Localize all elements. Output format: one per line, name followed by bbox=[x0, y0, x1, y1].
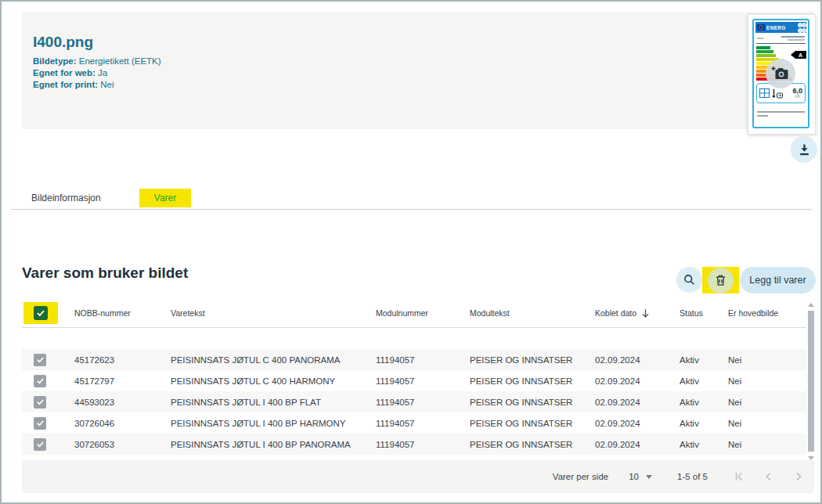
add-items-button[interactable]: Legg til varer bbox=[740, 267, 816, 293]
section-title: Varer som bruker bildet bbox=[22, 265, 188, 282]
check-icon bbox=[36, 440, 45, 448]
cell-er-hovedbilde: Nei bbox=[728, 355, 806, 365]
search-icon bbox=[683, 274, 695, 286]
cell-modultekst: PEISER OG INNSATSER bbox=[470, 419, 595, 428]
label-text-line bbox=[757, 38, 763, 39]
cell-status: Aktiv bbox=[680, 440, 728, 449]
table-body: 45172623 PEISINNSATS JØTUL C 400 PANORAM… bbox=[22, 349, 806, 455]
cell-varetekst: PEISINNSATS JØTUL I 400 BP HARMONY bbox=[171, 419, 376, 428]
row-checkbox[interactable] bbox=[34, 354, 46, 366]
energy-label-lang-icons bbox=[798, 23, 805, 33]
column-header-koblet-dato[interactable]: Koblet dato bbox=[595, 308, 680, 319]
energy-rating-arrow: A bbox=[791, 51, 806, 59]
first-page-icon bbox=[733, 470, 745, 483]
range-label: 1-5 of 5 bbox=[677, 472, 708, 481]
energy-unit: kW bbox=[792, 95, 802, 99]
label-text-line bbox=[781, 36, 805, 38]
cell-modultekst: PEISER OG INNSATSER bbox=[470, 355, 595, 365]
scrollbar-thumb[interactable] bbox=[808, 311, 814, 452]
check-icon bbox=[36, 376, 45, 385]
select-all-checkbox[interactable] bbox=[34, 306, 48, 320]
check-icon bbox=[36, 308, 45, 318]
row-checkbox[interactable] bbox=[34, 438, 46, 451]
cell-koblet-dato: 02.09.2024 bbox=[595, 355, 680, 365]
table-row: 44593023 PEISINNSATS JØTUL I 400 BP FLAT… bbox=[22, 391, 806, 412]
energy-label-header: ENERG bbox=[755, 22, 806, 33]
energy-value: 6,0 bbox=[792, 88, 802, 95]
cell-status: Aktiv bbox=[680, 419, 728, 428]
cell-modulnummer: 11194057 bbox=[376, 440, 470, 449]
cell-nobb-nummer: 30726046 bbox=[74, 419, 171, 428]
camera-icon[interactable] bbox=[766, 59, 795, 88]
chevron-right-icon bbox=[792, 470, 805, 483]
energy-label-image: ENERG A 6,0 kW bbox=[752, 19, 809, 128]
image-info-fields: Bildetype: Energietikett (EETK) Egnet fo… bbox=[33, 56, 161, 91]
row-checkbox[interactable] bbox=[34, 396, 46, 409]
cell-koblet-dato: 02.09.2024 bbox=[595, 398, 680, 407]
field-egnet-for-print: Egnet for print: Nei bbox=[33, 79, 161, 91]
table-row: 45172623 PEISINNSATS JØTUL C 400 PANORAM… bbox=[22, 349, 806, 370]
table-header-row: NOBB-nummer Varetekst Modulnummer Modult… bbox=[22, 301, 806, 328]
delete-button-highlight bbox=[702, 267, 739, 293]
check-icon bbox=[36, 419, 45, 427]
column-header-modultekst[interactable]: Modultekst bbox=[470, 308, 595, 318]
energy-label-thumbnail[interactable]: ENERG A 6,0 kW bbox=[748, 14, 816, 135]
window-icon bbox=[759, 88, 770, 98]
check-icon bbox=[36, 355, 45, 364]
label-regulation-line bbox=[757, 111, 805, 113]
previous-page-button[interactable] bbox=[759, 467, 778, 486]
cell-nobb-nummer: 30726053 bbox=[74, 440, 171, 449]
cell-er-hovedbilde: Nei bbox=[728, 376, 806, 386]
tab-bildeinformasjon[interactable]: Bildeinformasjon bbox=[31, 193, 101, 203]
cell-koblet-dato: 02.09.2024 bbox=[595, 440, 680, 449]
column-header-nobb-nummer[interactable]: NOBB-nummer bbox=[74, 308, 171, 318]
tab-varer[interactable]: Varer bbox=[139, 189, 191, 207]
cell-koblet-dato: 02.09.2024 bbox=[595, 376, 680, 386]
chevron-left-icon bbox=[763, 470, 775, 483]
label-divider bbox=[756, 43, 806, 44]
select-all-highlight bbox=[23, 302, 58, 324]
check-icon bbox=[36, 398, 45, 406]
row-checkbox[interactable] bbox=[34, 417, 46, 430]
chevron-down-icon bbox=[646, 475, 652, 479]
download-button[interactable] bbox=[791, 136, 817, 163]
search-button[interactable] bbox=[676, 267, 702, 293]
cell-er-hovedbilde: Nei bbox=[728, 398, 806, 407]
cell-varetekst: PEISINNSATS JØTUL I 400 BP FLAT bbox=[171, 398, 376, 407]
per-page-label: Varer per side bbox=[553, 472, 608, 481]
table-row: 30726053 PEISINNSATS JØTUL I 400 BP PANO… bbox=[22, 434, 806, 455]
cell-nobb-nummer: 44593023 bbox=[74, 398, 171, 407]
cell-varetekst: PEISINNSATS JØTUL I 400 BP PANORAMA bbox=[171, 440, 376, 449]
cell-modultekst: PEISER OG INNSATSER bbox=[470, 376, 595, 386]
cell-varetekst: PEISINNSATS JØTUL C 400 PANORAMA bbox=[171, 355, 376, 365]
column-header-er-hovedbilde[interactable]: Er hovedbilde bbox=[728, 308, 806, 318]
scrollbar-up-arrow[interactable] bbox=[808, 303, 814, 307]
heat-output-icon bbox=[771, 88, 783, 99]
page-title: I400.png bbox=[33, 34, 93, 51]
cell-status: Aktiv bbox=[680, 398, 728, 407]
delete-button[interactable] bbox=[708, 268, 734, 293]
cell-er-hovedbilde: Nei bbox=[728, 419, 806, 428]
energy-value-block: 6,0 kW bbox=[792, 88, 802, 99]
image-detail-page: I400.png Bildetype: Energietikett (EETK)… bbox=[0, 0, 822, 504]
cell-modulnummer: 11194057 bbox=[376, 419, 470, 428]
cell-nobb-nummer: 45172797 bbox=[74, 376, 171, 386]
tabs-divider bbox=[11, 209, 813, 210]
next-page-button[interactable] bbox=[789, 467, 808, 486]
image-info-panel: I400.png Bildetype: Energietikett (EETK)… bbox=[22, 12, 814, 129]
cell-varetekst: PEISINNSATS JØTUL C 400 HARMONY bbox=[171, 376, 376, 386]
per-page-dropdown[interactable]: 10 bbox=[629, 472, 652, 481]
first-page-button[interactable] bbox=[730, 467, 748, 486]
row-checkbox[interactable] bbox=[34, 375, 46, 387]
column-header-varetekst[interactable]: Varetekst bbox=[171, 308, 376, 318]
cell-modulnummer: 11194057 bbox=[376, 398, 470, 407]
column-header-status[interactable]: Status bbox=[680, 308, 728, 318]
cell-status: Aktiv bbox=[680, 355, 728, 365]
label-text-line bbox=[788, 39, 805, 41]
cell-modulnummer: 11194057 bbox=[376, 355, 470, 365]
column-header-modulnummer[interactable]: Modulnummer bbox=[376, 308, 470, 318]
trash-icon bbox=[715, 274, 726, 286]
field-egnet-for-web: Egnet for web: Ja bbox=[33, 67, 161, 79]
table-row: 30726046 PEISINNSATS JØTUL I 400 BP HARM… bbox=[22, 412, 806, 434]
cell-koblet-dato: 02.09.2024 bbox=[595, 419, 680, 428]
